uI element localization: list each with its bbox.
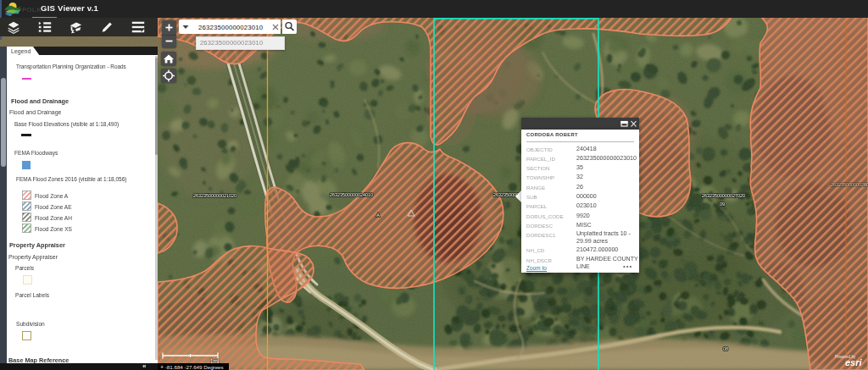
- svg-text:26323500000024010: 26323500000024010: [330, 192, 373, 197]
- svg-text:08: 08: [723, 346, 728, 351]
- svg-text:26323500000027020: 26323500000027020: [702, 193, 745, 198]
- svg-text:26323500000021020: 26323500000021020: [193, 193, 236, 198]
- svg-text:A: A: [376, 213, 380, 218]
- svg-text:09: 09: [720, 202, 725, 207]
- svg-text:26323500000028010: 26323500000028010: [831, 182, 868, 187]
